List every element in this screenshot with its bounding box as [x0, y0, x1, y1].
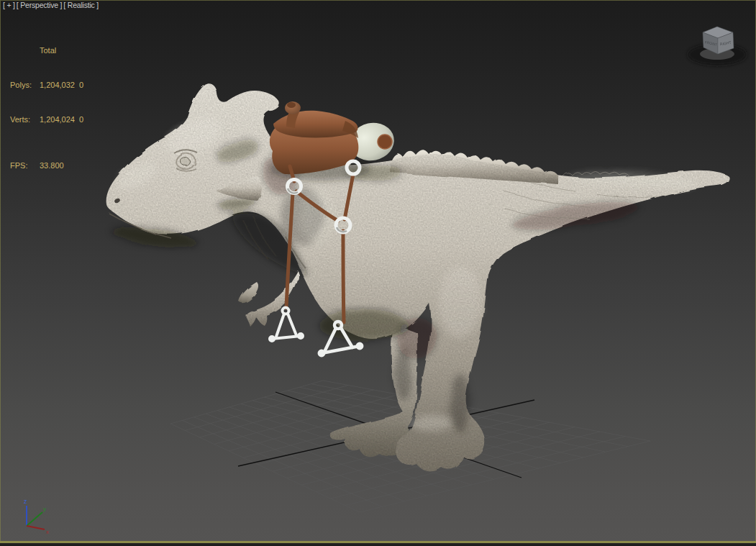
dinosaur-model[interactable] — [94, 72, 741, 482]
viewport-3d[interactable]: FRONT RIGHT z y x [ + ][ Perspective ][ … — [0, 0, 756, 546]
statistics-overlay: Total Polys:1,204,032 0 Verts:1,204,024 … — [10, 22, 83, 194]
polys-label: Polys: — [10, 79, 40, 91]
far-arm — [238, 281, 258, 302]
x-axis-label: x — [46, 529, 49, 535]
viewport-bottom-edge — [0, 541, 756, 546]
viewport-menu-pov[interactable]: [ Perspective ] — [17, 1, 63, 9]
fps-label: FPS: — [10, 160, 40, 171]
polys-value: 1,204,032 0 — [40, 81, 83, 89]
z-axis-label: z — [24, 498, 27, 505]
stats-header-row: Total — [10, 45, 83, 56]
world-axis-gizmo: z y x — [24, 498, 49, 535]
bedroll-cap — [378, 135, 392, 149]
stats-fps-row: FPS:33.800 — [10, 160, 83, 171]
y-axis-label: y — [43, 506, 46, 512]
viewport-menu-shading[interactable]: [ Realistic ] — [63, 1, 99, 9]
stats-polys-row: Polys:1,204,032 0 — [10, 79, 83, 91]
stirrup-left — [270, 308, 303, 342]
viewport-menu-general[interactable]: [ + ] — [3, 1, 15, 9]
viewport-label: [ + ][ Perspective ][ Realistic ] — [3, 1, 100, 9]
skin-noise — [94, 72, 741, 482]
viewcube[interactable]: FRONT RIGHT — [688, 27, 747, 65]
scene-canvas: FRONT RIGHT z y x — [0, 0, 756, 546]
stats-total-header: Total — [40, 46, 56, 55]
saddle[interactable] — [270, 101, 370, 181]
fps-value: 33.800 — [40, 161, 64, 170]
stats-verts-row: Verts:1,204,024 0 — [10, 114, 83, 125]
verts-value: 1,204,024 0 — [40, 115, 83, 124]
verts-label: Verts: — [10, 114, 40, 125]
saddle-pommel-top — [287, 102, 296, 108]
